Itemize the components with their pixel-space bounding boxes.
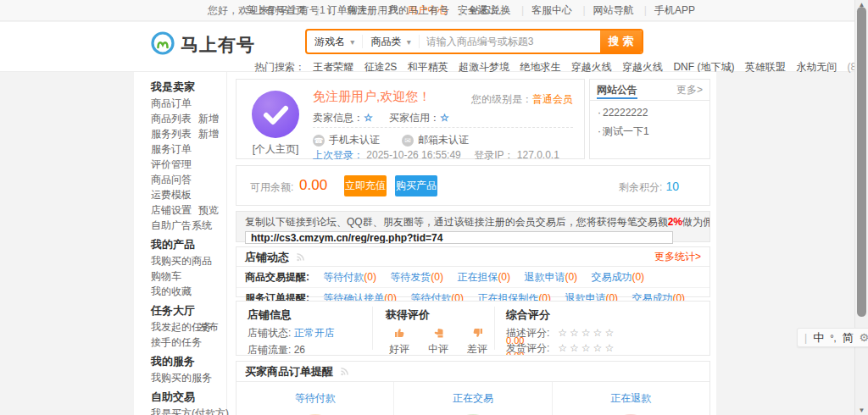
shop-info-title: 店铺信息: [248, 307, 335, 323]
sidebar-item-purchased-services[interactable]: 我购买的服务: [134, 370, 226, 385]
scrollbar-thumb[interactable]: [857, 7, 866, 317]
balance-label: 可用余额:: [250, 180, 293, 195]
nav-diamond-link[interactable]: 钻石兑换: [452, 4, 510, 16]
scrollbar[interactable]: ▲ ▼: [854, 0, 868, 415]
gear-icon[interactable]: ⚙: [860, 331, 868, 344]
email-verify-status[interactable]: ✉ 邮箱未认证: [402, 133, 469, 147]
nav-service-link[interactable]: 客服中心: [514, 4, 572, 16]
column-waiting-payment: 等待付款 0: [236, 382, 394, 415]
sidebar-item-purchased-goods[interactable]: 我购买的商品: [134, 253, 226, 268]
badge-new[interactable]: 新增: [198, 126, 219, 141]
sidebar-item-service-orders[interactable]: 服务订单: [134, 141, 226, 157]
sidebar-item-cart[interactable]: 购物车: [134, 268, 226, 284]
ratings-column: 获得评价 好评 0 中评 0: [386, 307, 491, 356]
nav-my-account-link[interactable]: 我的马上有号: [370, 4, 449, 16]
hot-search-link[interactable]: 永劫无间: [796, 61, 837, 73]
sidebar-item-product-orders[interactable]: 商品订单: [134, 96, 226, 111]
search-input[interactable]: [420, 31, 600, 52]
seller-info-label: 卖家信息：: [313, 112, 364, 124]
nav-order-chat-link[interactable]: 订单聊天: [309, 4, 368, 16]
chevron-down-icon: ▾: [350, 37, 354, 47]
refunding-link[interactable]: 正在退款: [610, 391, 651, 406]
hot-search-link[interactable]: 王者荣耀: [313, 61, 353, 73]
hot-search-link[interactable]: 征途2S: [364, 61, 398, 73]
hot-search-link[interactable]: 和平精英: [408, 61, 448, 73]
ip-label: 登录IP：: [474, 149, 514, 161]
badge-publish[interactable]: 发布: [198, 319, 219, 335]
notice-item[interactable]: 22222222: [590, 107, 709, 119]
points-remaining: 剩余积分:10: [619, 180, 679, 195]
hot-search-link[interactable]: 穿越火线: [622, 61, 663, 73]
good-rating: 好评 0: [386, 326, 413, 356]
referral-link-input[interactable]: [245, 231, 673, 244]
star-rating-icons: ☆☆☆☆☆: [558, 342, 616, 354]
badge-preview[interactable]: 预览: [198, 202, 219, 218]
notice-item[interactable]: 测试一下1: [590, 125, 709, 138]
hot-search-link[interactable]: DNF (地下城): [673, 61, 734, 73]
hand-icon: [431, 330, 446, 342]
phone-verify-status[interactable]: ☎ 手机未认证: [313, 133, 380, 147]
sidebar-item-product-qa[interactable]: 商品问答: [134, 172, 226, 187]
buyer-orders-title: 买家商品订单提醒: [245, 365, 333, 378]
shop-activity-title: 店铺动态: [245, 251, 289, 263]
more-stats-link[interactable]: 更多统计>: [654, 247, 701, 267]
link-in-escrow[interactable]: 正在担保(0): [457, 271, 510, 283]
buy-product-button[interactable]: 购买产品: [395, 175, 437, 196]
link-refund-request[interactable]: 退款申请(0): [524, 271, 577, 283]
rss-icon: [296, 252, 306, 264]
sidebar-item-shop-settings[interactable]: 店铺设置预览: [134, 202, 226, 218]
hot-search-link[interactable]: 穿越火线: [571, 61, 612, 73]
ime-mode-toggle[interactable]: 中: [813, 330, 824, 346]
notice-more-link[interactable]: 更多>: [676, 80, 703, 101]
nav-sitemap-link[interactable]: 网站导航: [575, 4, 633, 16]
sidebar-item-shipping-template[interactable]: 运费模板: [134, 187, 226, 202]
category-select[interactable]: 商品类 ▾: [363, 35, 419, 48]
personal-homepage-link[interactable]: [个人主页]: [245, 142, 306, 157]
scroll-down-arrow[interactable]: ▼: [855, 407, 868, 414]
sidebar-item-favorites[interactable]: 我的收藏: [134, 284, 226, 299]
link-waiting-delivery[interactable]: 等待发货(0): [390, 271, 443, 283]
divider: [313, 127, 573, 128]
buyer-orders-header: 买家商品订单提醒: [236, 362, 709, 382]
hot-search-link[interactable]: 英雄联盟: [745, 61, 786, 73]
sidebar-section-tasks: 任务大厅: [134, 302, 226, 319]
verify-row: ☎ 手机未认证 ✉ 邮箱未认证: [313, 133, 469, 147]
site-logo[interactable]: 马上有号: [151, 31, 255, 58]
balance-panel: 可用余额: 0.00 立即充值 购买产品 剩余积分:10: [236, 165, 710, 206]
link-trade-success[interactable]: 交易成功(0): [591, 271, 644, 283]
badge-new[interactable]: 新增: [198, 111, 219, 126]
shop-activity-header: 店铺动态 更多统计>: [236, 247, 709, 267]
sidebar-item-accepted-tasks[interactable]: 接手的任务: [134, 335, 226, 350]
shop-status-value[interactable]: 正常开店: [294, 327, 335, 339]
trading-link[interactable]: 正在交易: [453, 391, 493, 406]
member-level: 您的级别是：普通会员: [471, 92, 573, 107]
sidebar: 我是卖家 商品订单 商品列表新增 服务列表新增 服务订单 评价管理 商品问答 运…: [134, 72, 227, 415]
nav-mobile-app-link[interactable]: 手机APP: [637, 4, 695, 16]
notice-title: 网站公告: [597, 80, 637, 99]
ime-punctuation-toggle[interactable]: °,: [830, 333, 836, 343]
game-select[interactable]: 游戏名 ▾: [307, 35, 363, 48]
hot-search-link[interactable]: 绝地求生: [520, 61, 560, 73]
buyer-credit-label: 买家信用：: [389, 112, 440, 124]
thumb-down-icon: [470, 330, 485, 342]
link-waiting-payment[interactable]: 等待付款(0): [323, 271, 376, 283]
recharge-button[interactable]: 立即充值: [344, 175, 387, 196]
nav-home-link[interactable]: 马上有号首页: [245, 4, 306, 16]
sidebar-item-buyer-payer[interactable]: 我是买方(付款方): [134, 406, 226, 415]
logo-icon: [151, 31, 175, 58]
last-login-label[interactable]: 上次登录：: [313, 149, 364, 161]
sidebar-item-service-list[interactable]: 服务列表新增: [134, 126, 226, 141]
ime-simplified-toggle[interactable]: 简: [843, 330, 854, 346]
sidebar-item-product-list[interactable]: 商品列表新增: [134, 111, 226, 126]
main-container: 我是卖家 商品订单 商品列表新增 服务列表新增 服务订单 评价管理 商品问答 运…: [134, 72, 716, 415]
hot-search-link[interactable]: 超激斗梦境: [459, 61, 509, 73]
sidebar-item-review-manage[interactable]: 评价管理: [134, 157, 226, 172]
sidebar-item-my-tasks[interactable]: 我发起的任务发布: [134, 319, 226, 335]
sidebar-item-ad-system[interactable]: 自助广告系统: [134, 218, 226, 233]
phone-icon: ☎: [313, 135, 325, 147]
search-button[interactable]: 搜 索: [600, 29, 642, 54]
referral-text: 复制以下链接到论坛、QQ群、朋友圈等，通过该链接注册的会员交易后，您将获得每笔交…: [236, 212, 709, 231]
logo-text: 马上有号: [181, 33, 255, 57]
ime-toolbar: | 中 °, 简 ⚙: [797, 328, 868, 347]
waiting-payment-link[interactable]: 等待付款: [295, 391, 336, 406]
